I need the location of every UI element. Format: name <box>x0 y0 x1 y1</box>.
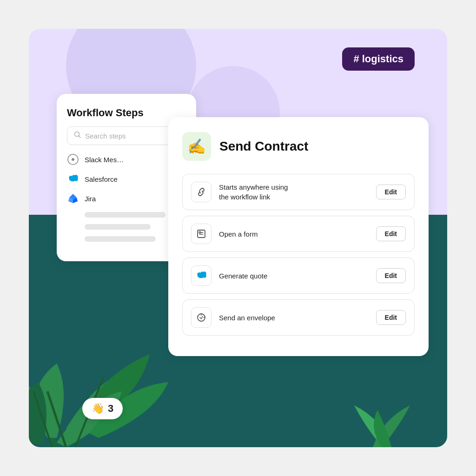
edit-form-button[interactable]: Edit <box>376 226 406 241</box>
slack-label: Slack Mes… <box>85 156 124 164</box>
link-icon-box <box>191 182 212 202</box>
form-icon-box <box>191 224 212 244</box>
salesforce-label: Salesforce <box>85 175 118 183</box>
search-icon <box>74 131 81 140</box>
slack-icon <box>67 153 79 165</box>
scene: # logistics Workflow Steps <box>29 29 447 447</box>
open-form-label: Open a form <box>219 229 369 239</box>
svg-point-7 <box>72 158 74 161</box>
hashtag-badge: # logistics <box>342 47 415 71</box>
workflow-step-envelope: Send an envelope Edit <box>182 299 415 336</box>
salesforce-quote-icon-box <box>191 265 212 286</box>
contract-emoji: ✍️ <box>187 138 206 155</box>
send-envelope-label: Send an envelope <box>219 313 369 323</box>
svg-rect-8 <box>198 230 205 238</box>
workflow-title: Workflow Steps <box>67 107 186 119</box>
plants-right <box>345 391 419 447</box>
workflow-step-form: Open a form Edit <box>182 216 415 252</box>
clap-badge: 👋 3 <box>82 398 123 419</box>
contract-title: Send Contract <box>219 139 308 154</box>
main-panel: ✍️ Send Contract Starts anywhere usingth… <box>168 117 429 356</box>
link-trigger-label: Starts anywhere usingthe workflow link <box>219 182 369 202</box>
contract-header: ✍️ Send Contract <box>182 132 415 161</box>
edit-quote-button[interactable]: Edit <box>376 268 406 283</box>
jira-icon <box>67 192 79 205</box>
jira-label: Jira <box>85 195 96 203</box>
plants-left <box>29 308 178 447</box>
edit-envelope-button[interactable]: Edit <box>376 310 406 325</box>
envelope-icon-box <box>191 307 212 328</box>
svg-line-5 <box>79 136 81 138</box>
clap-emoji: 👋 <box>92 403 104 415</box>
search-placeholder: Search steps <box>85 132 126 140</box>
salesforce-icon <box>67 173 79 185</box>
workflow-step-link: Starts anywhere usingthe workflow link E… <box>182 174 415 210</box>
contract-icon-box: ✍️ <box>182 132 211 161</box>
workflow-step-quote: Generate quote Edit <box>182 258 415 294</box>
generate-quote-label: Generate quote <box>219 271 369 281</box>
clap-count: 3 <box>108 403 113 415</box>
edit-link-button[interactable]: Edit <box>376 185 406 199</box>
